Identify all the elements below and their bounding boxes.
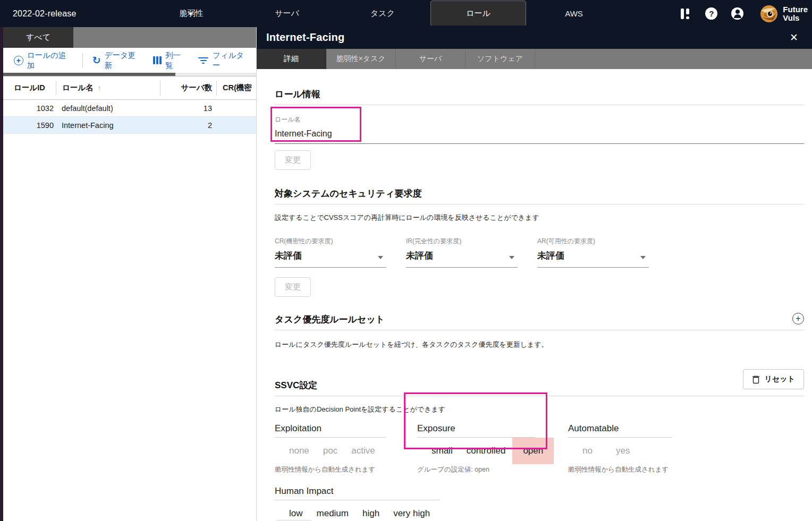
role-name-input[interactable]: Internet-Facing [275,129,804,144]
role-list-tabbar: すべて [3,27,256,48]
refresh-data-button[interactable]: ↻ データ更新 [87,50,148,71]
tab-servers[interactable]: サーバ [396,49,466,69]
filter-button[interactable]: フィルター [193,50,256,71]
chevron-down-icon [378,256,383,259]
tab-vuln-tasks[interactable]: 脆弱性×タスク [326,49,396,69]
nav-tab-server[interactable]: サーバ [239,0,335,27]
account-icon[interactable] [731,7,743,20]
nav-tab-vulnerability[interactable]: 脆弱性 [143,0,239,27]
option-no: no [576,438,599,464]
cr-select[interactable]: CR(機密性の要求度) 未評価 [275,237,386,268]
section-ruleset-heading: タスク優先度ルールセット + [275,313,804,330]
ruleset-description: ロールにタスク優先度ルールセットを紐づけ、各タスクのタスク優先度を更新します。 [275,340,804,349]
columns-icon [153,56,162,64]
detail-tabbar: 詳細 脆弱性×タスク サーバ ソフトウェア [257,49,812,69]
ir-select[interactable]: IR(完全性の要求度) 未評価 [406,237,518,268]
tab-all-roles[interactable]: すべて [3,27,73,48]
ssvc-groups-row: Exploitation none poc active 脆弱性情報から自動生成… [275,423,804,474]
trash-icon [752,375,760,384]
tab-software[interactable]: ソフトウェア [466,49,535,69]
detail-header: Internet-Facing ✕ [257,25,812,49]
header-role-id[interactable]: ロールID [3,81,56,96]
ssvc-group-human-impact: Human Impact low medium high very high グ… [275,486,439,521]
table-row-internet-facing[interactable]: 1590 Internet-Facing 2 [3,117,256,134]
option-small[interactable]: small [425,438,460,464]
filter-icon [198,57,209,64]
news-icon[interactable] [680,8,691,20]
role-table-header: ロールID ロール名 ↑ サーバ数 CR(機密 [3,76,256,100]
column-list-button[interactable]: 列一覧 [148,50,193,71]
option-none: none [282,438,316,464]
nav-tab-task[interactable]: タスク [335,0,430,27]
plus-circle-icon: + [14,56,23,65]
ar-select[interactable]: AR(可用性の要求度) 未評価 [537,237,649,268]
role-list-panel: すべて + ロールの追加 ↻ データ更新 列一覧 フィルター ロールID ロール… [3,27,257,521]
horizontal-scrollbar-thumb[interactable] [3,73,175,76]
header-server-count[interactable]: サーバ数 [160,81,216,96]
add-role-button[interactable]: + ロールの追加 [9,50,78,71]
ssvc-group-automatable: Automatable no yes 脆弱性情報から自動生成されます [568,423,672,474]
section-security-heading: 対象システムのセキュリティ要求度 [275,187,804,204]
detail-content: ロール情報 ロール名 Internet-Facing 変更 対象システムのセキュ… [257,69,812,521]
header-role-name[interactable]: ロール名 ↑ [56,81,160,96]
horizontal-scrollbar [3,73,256,76]
toolbar-divider [82,53,83,68]
option-yes: yes [609,438,637,464]
brand-text: Future Vuls [783,5,808,22]
role-table: ロールID ロール名 ↑ サーバ数 CR(機密 1032 default(def… [3,76,256,134]
change-security-button[interactable]: 変更 [275,277,311,297]
role-name-label: ロール名 [275,115,804,124]
option-high[interactable]: high [356,500,386,521]
exposure-caption: グループの設定値: open [417,465,535,474]
nav-tab-aws[interactable]: AWS [526,0,622,27]
role-detail-drawer: Internet-Facing ✕ 詳細 脆弱性×タスク サーバ ソフトウェア … [257,25,812,521]
ssvc-group-exploitation: Exploitation none poc active 脆弱性情報から自動生成… [275,423,386,474]
section-role-info-heading: ロール情報 [275,88,804,105]
option-poc: poc [316,438,344,464]
exploitation-caption: 脆弱性情報から自動生成されます [275,465,386,474]
option-active: active [344,438,382,464]
ssvc-reset-button[interactable]: リセット [743,369,804,389]
security-description: 設定することでCVSSスコアの再計算時にロールの環境を反映させることができます [275,213,804,223]
top-navbar: 2022-02-release ▼ 脆弱性 サーバ タスク ロール AWS ? … [0,0,812,27]
tab-details[interactable]: 詳細 [257,49,326,69]
change-role-name-button[interactable]: 変更 [275,150,311,170]
option-medium[interactable]: medium [310,500,356,521]
option-very-high[interactable]: very high [386,500,437,521]
close-icon[interactable]: ✕ [790,32,798,42]
chevron-down-icon [509,256,514,259]
option-low[interactable]: low [282,500,310,521]
owl-logo-icon [759,4,779,23]
security-selects-row: CR(機密性の要求度) 未評価 IR(完全性の要求度) 未評価 AR(可用性の要… [275,237,804,268]
role-list-toolbar: + ロールの追加 ↻ データ更新 列一覧 フィルター [3,48,256,73]
nav-right-icons: ? Future Vuls [680,0,808,27]
option-controlled[interactable]: controlled [460,438,513,464]
chevron-down-icon [640,256,646,259]
detail-title: Internet-Facing [266,31,790,44]
nav-tab-role[interactable]: ロール [430,1,526,27]
header-cr[interactable]: CR(機密 [216,81,256,96]
refresh-icon: ↻ [92,55,101,65]
sort-ascending-icon: ↑ [98,84,102,92]
section-ssvc-heading: SSVC設定 リセット [275,379,804,396]
nav-tabs: 脆弱性 サーバ タスク ロール AWS [143,0,622,27]
help-icon[interactable]: ? [705,7,717,20]
option-open-selected[interactable]: open [512,438,554,464]
automatable-caption: 脆弱性情報から自動生成されます [568,465,672,474]
ssvc-group-exposure: Exposure small controlled open グループの設定値:… [417,423,535,474]
group-selector-label: 2022-02-release [13,9,77,19]
ssvc-description: ロール独自のDecision Pointを設定することができます [275,405,804,414]
table-row-default[interactable]: 1032 default(default) 13 [3,100,256,117]
futurevuls-logo[interactable]: Future Vuls [759,4,808,23]
add-ruleset-icon[interactable]: + [792,313,804,324]
